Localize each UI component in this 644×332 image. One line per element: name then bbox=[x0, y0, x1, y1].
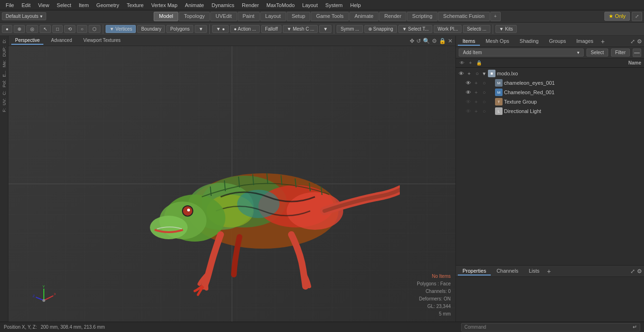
eye-icon-eyes[interactable]: 👁 bbox=[465, 80, 471, 86]
props-tab-properties[interactable]: Properties bbox=[458, 267, 491, 275]
expand-panel-icon[interactable]: ⤢ bbox=[630, 38, 635, 45]
command-input-wrap[interactable]: Command ↵ bbox=[461, 323, 640, 332]
minus-button[interactable]: — bbox=[633, 49, 641, 57]
lock-icon-red[interactable]: ○ bbox=[481, 89, 487, 96]
tab-animate[interactable]: Animate bbox=[349, 12, 379, 21]
props-tab-lists[interactable]: Lists bbox=[524, 267, 545, 275]
sidebar-item-dup[interactable]: DUP: bbox=[1, 45, 8, 58]
eye-icon-red[interactable]: 👁 bbox=[465, 89, 471, 96]
tab-topology[interactable]: Topology bbox=[179, 12, 210, 21]
tool-selecti[interactable]: Selecti ... bbox=[463, 25, 490, 33]
sidebar-item-e[interactable]: E... bbox=[1, 69, 8, 79]
tree-item-red[interactable]: 👁 + ○ M Chameleon_Red_001 bbox=[456, 88, 644, 97]
panel-tab-images[interactable]: Images bbox=[572, 37, 598, 46]
tool-crosshair[interactable]: ⊕ bbox=[14, 25, 25, 33]
viewport-canvas[interactable]: X Y Z No Items Polygons : Face Channels:… bbox=[8, 46, 455, 322]
expand-props-icon[interactable]: ⤢ bbox=[630, 268, 635, 275]
menu-view[interactable]: View bbox=[34, 1, 53, 9]
tool-polygons[interactable]: Polygons bbox=[166, 25, 193, 33]
plus-icon-red[interactable]: + bbox=[473, 89, 479, 96]
lock-icon-light[interactable]: ○ bbox=[481, 108, 487, 114]
tool-oval[interactable]: ○ bbox=[77, 25, 87, 33]
tool-hex[interactable]: ⬡ bbox=[89, 25, 100, 33]
menu-item[interactable]: Item bbox=[75, 1, 92, 9]
tab-paint[interactable]: Paint bbox=[238, 12, 260, 21]
star-only-button[interactable]: ★ Only bbox=[604, 12, 630, 21]
menu-edit[interactable]: Edit bbox=[18, 1, 34, 9]
tool-sphere[interactable]: ▼ ● bbox=[212, 25, 229, 33]
tree-item-eyes[interactable]: 👁 + ○ M chameleon_eyes_001 bbox=[456, 78, 644, 88]
tab-uvedit[interactable]: UVEdit bbox=[210, 12, 237, 21]
menu-layout[interactable]: Layout bbox=[298, 1, 322, 9]
tool-dropdown2[interactable]: ▼ bbox=[319, 25, 331, 33]
select-button[interactable]: Select bbox=[586, 49, 608, 57]
tool-square[interactable]: □ bbox=[52, 25, 63, 33]
panel-tab-plus[interactable]: + bbox=[601, 38, 605, 45]
tree-item-texgrp[interactable]: 👁 + ○ T Texture Group bbox=[456, 97, 644, 106]
filter-button[interactable]: Filter bbox=[611, 49, 630, 57]
vp-tab-textures[interactable]: Viewport Textures bbox=[80, 37, 124, 45]
layouts-dropdown[interactable]: Default Layouts ▾ bbox=[2, 12, 46, 20]
menu-geometry[interactable]: Geometry bbox=[92, 1, 123, 9]
menu-dynamics[interactable]: Dynamics bbox=[208, 1, 238, 9]
tab-model[interactable]: Model bbox=[154, 12, 178, 21]
tab-render[interactable]: Render bbox=[379, 12, 406, 21]
tree-item-light[interactable]: 👁 + ○ L Directional Light bbox=[456, 106, 644, 116]
settings-props-icon[interactable]: ⚙ bbox=[637, 268, 642, 275]
close-icon[interactable]: ✕ bbox=[448, 38, 453, 44]
tool-kits[interactable]: ▼ Kits bbox=[495, 25, 517, 33]
settings-panel-icon[interactable]: ⚙ bbox=[637, 38, 642, 45]
tool-action[interactable]: ● Action ... bbox=[230, 25, 260, 33]
refresh-icon[interactable]: ↺ bbox=[416, 38, 421, 44]
menu-animate[interactable]: Animate bbox=[181, 1, 207, 9]
tool-dropdown1[interactable]: ▼ bbox=[195, 25, 207, 33]
tool-mesh[interactable]: ▼ Mesh C ... bbox=[283, 25, 318, 33]
eye-icon-texgrp[interactable]: 👁 bbox=[465, 98, 471, 105]
plus-icon-texgrp[interactable]: + bbox=[473, 98, 479, 105]
move-icon[interactable]: ✥ bbox=[410, 38, 414, 44]
lock-icon[interactable]: 🔒 bbox=[439, 38, 446, 44]
tab-game-tools[interactable]: Game Tools bbox=[311, 12, 349, 21]
settings-icon[interactable]: ⚙ bbox=[432, 38, 437, 44]
tab-schematic[interactable]: Schematic Fusion bbox=[438, 12, 489, 21]
command-input[interactable] bbox=[488, 324, 631, 330]
eye-icon-root[interactable]: 👁 bbox=[458, 70, 464, 77]
props-tab-plus[interactable]: + bbox=[547, 267, 551, 275]
items-tree[interactable]: 👁 + ○ ▼ ■ modo.lxo 👁 + ○ M chameleon_eye… bbox=[456, 68, 644, 265]
menu-help[interactable]: Help bbox=[347, 1, 365, 9]
panel-tab-mesh-ops[interactable]: Mesh Ops bbox=[481, 37, 514, 46]
tool-symm[interactable]: Symm ... bbox=[337, 25, 363, 33]
plus-icon-root[interactable]: + bbox=[466, 70, 472, 77]
tool-rotate[interactable]: ⟲ bbox=[64, 25, 75, 33]
panel-tab-groups[interactable]: Groups bbox=[544, 37, 570, 46]
command-submit-icon[interactable]: ↵ bbox=[633, 324, 637, 330]
menu-render[interactable]: Render bbox=[238, 1, 263, 9]
tool-work-pl[interactable]: Work Pl... bbox=[434, 25, 462, 33]
toggle-root[interactable]: ▼ bbox=[482, 71, 487, 76]
panel-tab-items[interactable]: Items bbox=[458, 37, 480, 46]
panel-tab-shading[interactable]: Shading bbox=[515, 37, 543, 46]
menu-select[interactable]: Select bbox=[53, 1, 75, 9]
tool-arrow[interactable]: ↖ bbox=[40, 25, 51, 33]
tool-dot[interactable]: ● bbox=[2, 25, 12, 33]
tool-snapping[interactable]: ⊕ Snapping bbox=[364, 25, 397, 33]
vp-tab-perspective[interactable]: Perspective bbox=[11, 37, 43, 45]
tool-select-t[interactable]: ▼ Select T... bbox=[398, 25, 432, 33]
viewport[interactable]: Perspective Advanced Viewport Textures ✥… bbox=[8, 36, 455, 322]
menu-system[interactable]: System bbox=[322, 1, 347, 9]
add-item-button[interactable]: Add Item ▾ bbox=[459, 49, 584, 57]
tab-layout[interactable]: Layout bbox=[260, 12, 286, 21]
plus-icon-light[interactable]: + bbox=[473, 108, 479, 114]
tree-item-root[interactable]: 👁 + ○ ▼ ■ modo.lxo bbox=[456, 69, 644, 78]
menu-texture[interactable]: Texture bbox=[123, 1, 148, 9]
tool-falloff[interactable]: Falloff bbox=[261, 25, 281, 33]
plus-icon-eyes[interactable]: + bbox=[473, 80, 479, 86]
eye-icon-light[interactable]: 👁 bbox=[465, 108, 471, 114]
props-tab-channels[interactable]: Channels bbox=[492, 267, 523, 275]
tab-setup[interactable]: Setup bbox=[287, 12, 311, 21]
tab-scripting[interactable]: Scripting bbox=[407, 12, 438, 21]
add-tab-button[interactable]: + bbox=[490, 12, 501, 21]
tool-vertices[interactable]: ▼ Vertices bbox=[106, 25, 136, 33]
sidebar-item-uv[interactable]: UV: bbox=[1, 97, 8, 107]
sidebar-item-d[interactable]: D: bbox=[1, 38, 8, 45]
